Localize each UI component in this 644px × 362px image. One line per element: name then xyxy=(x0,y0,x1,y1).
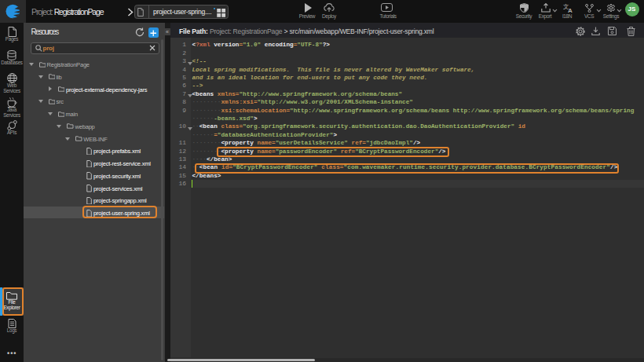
svg-text:A: A xyxy=(568,7,573,13)
